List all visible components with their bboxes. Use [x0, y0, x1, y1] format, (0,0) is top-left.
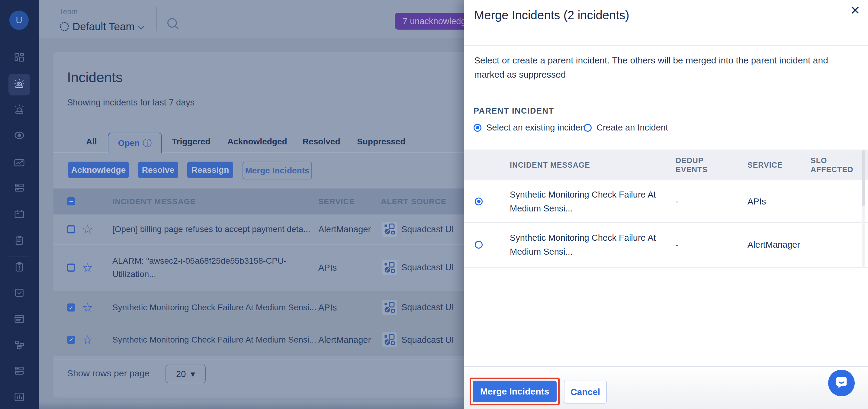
radio-icon[interactable]: [475, 241, 483, 249]
incident-message[interactable]: Synthetic Monitoring Check Failure At Me…: [112, 301, 318, 314]
radio-label: Create an Incident: [596, 123, 668, 133]
alert-source-cell: Squadcast UI: [382, 222, 454, 237]
row-checkbox[interactable]: ✓: [67, 336, 75, 344]
divider: [156, 7, 157, 31]
radio-icon[interactable]: [584, 124, 592, 132]
rows-per-page-value: 20: [176, 369, 186, 379]
modal-title: Merge Incidents (2 incidents): [474, 8, 629, 22]
modal-incident-row[interactable]: Synthetic Monitoring Check Failure At Me…: [464, 180, 868, 223]
service-cell: APIs: [318, 302, 337, 312]
sidebar-item-analytics[interactable]: [12, 390, 27, 405]
acknowledge-button[interactable]: Acknowledge: [68, 162, 129, 178]
merge-incidents-modal: ✕ Merge Incidents (2 incidents) Select o…: [464, 0, 868, 409]
star-icon[interactable]: ☆: [82, 222, 93, 237]
page-subtitle: Showing incidents for last 7 days: [67, 98, 194, 107]
service-cell: AlertManager: [747, 240, 800, 250]
radio-icon[interactable]: [473, 124, 482, 132]
radio-icon[interactable]: [475, 197, 483, 206]
radio-select-existing[interactable]: Select an existing incident: [473, 123, 587, 133]
team-icon: [60, 22, 69, 31]
merge-incidents-confirm-button[interactable]: Merge Incidents: [473, 381, 557, 402]
alert-source-name: Squadcast UI: [401, 262, 454, 273]
column-service: SERVICE: [318, 188, 355, 215]
app-screen: Team Default Team 7 unacknowledged U: [0, 0, 868, 409]
annotation-highlight-box: Merge Incidents: [470, 378, 560, 405]
clipboard-alert-icon: [13, 261, 25, 274]
avatar[interactable]: U: [9, 10, 29, 30]
close-icon[interactable]: ✕: [850, 4, 860, 16]
incident-message[interactable]: [Open] billing page refuses to accept pa…: [112, 223, 318, 236]
column-incident-message: INCIDENT MESSAGE: [112, 188, 196, 215]
select-all-checkbox[interactable]: [67, 197, 75, 206]
incident-message[interactable]: Synthetic Monitoring Check Failure At Me…: [112, 333, 318, 346]
bar-chart-icon: [13, 391, 25, 404]
sidebar-item-oncall[interactable]: [12, 129, 27, 143]
tab-open-label: Open: [118, 138, 140, 148]
info-icon[interactable]: ⓘ: [143, 137, 152, 150]
row-checkbox[interactable]: [67, 225, 75, 233]
tab-acknowledged[interactable]: Acknowledged: [227, 137, 287, 147]
sidebar-item-runbooks[interactable]: [12, 286, 27, 301]
radio-label: Select an existing incident: [486, 123, 587, 133]
squadcast-logo-icon: [382, 260, 397, 275]
sidebar-item-infrastructure[interactable]: [12, 364, 27, 379]
incident-message: Synthetic Monitoring Check Failure At Me…: [510, 231, 667, 258]
doc-check-icon: [13, 287, 25, 300]
workflow-icon: [13, 339, 25, 352]
star-icon[interactable]: ☆: [82, 260, 93, 275]
alert-source-cell: Squadcast UI: [382, 300, 454, 315]
incident-message: Synthetic Monitoring Check Failure At Me…: [510, 188, 667, 215]
alert-source-name: Squadcast UI: [401, 302, 454, 312]
merge-incidents-button[interactable]: Merge Incidents: [243, 162, 312, 180]
row-checkbox[interactable]: [67, 263, 75, 272]
resolve-button[interactable]: Resolve: [138, 162, 178, 178]
chevron-down-icon[interactable]: [138, 23, 144, 30]
siren-icon: [13, 104, 25, 117]
tab-suppressed[interactable]: Suppressed: [357, 137, 405, 147]
squadcast-logo-icon: [382, 300, 397, 315]
dedup-events-cell: -: [676, 240, 679, 250]
tab-open[interactable]: Open ⓘ: [108, 133, 162, 153]
divider: [8, 387, 30, 387]
squadcast-logo-icon: [382, 332, 397, 347]
tab-triggered[interactable]: Triggered: [172, 137, 211, 147]
check-icon: ✓: [69, 304, 74, 311]
sidebar-item-incidents[interactable]: [8, 74, 30, 95]
sidebar-item-escalation-policies[interactable]: [12, 234, 27, 248]
team-label: Team: [59, 7, 78, 16]
rows-per-page-select[interactable]: 20 ▾: [165, 365, 206, 383]
team-selector[interactable]: Default Team: [72, 21, 135, 33]
divider: [8, 151, 30, 151]
cancel-button[interactable]: Cancel: [564, 381, 607, 404]
sidebar-item-schedules[interactable]: [12, 208, 27, 222]
dedup-events-cell: -: [676, 196, 679, 206]
browser-icon: [13, 313, 25, 326]
sidebar-item-alerts[interactable]: [12, 103, 27, 118]
chat-bubble-icon: [834, 375, 849, 391]
reassign-button[interactable]: Reassign: [187, 162, 233, 178]
star-icon[interactable]: ☆: [82, 333, 93, 347]
modal-incident-row[interactable]: Synthetic Monitoring Check Failure At Me…: [464, 222, 868, 268]
row-checkbox[interactable]: ✓: [67, 303, 75, 311]
sidebar-item-status-chart[interactable]: [12, 156, 27, 171]
radio-create-incident[interactable]: Create an Incident: [584, 123, 668, 133]
dashboard-icon: [13, 51, 25, 65]
column-service: SERVICE: [747, 150, 793, 180]
check-icon: ✓: [69, 337, 74, 343]
star-icon[interactable]: ☆: [82, 300, 93, 315]
monitor-chart-icon: [13, 157, 25, 170]
incident-message[interactable]: ALARM: "awsec2-i-05a68f25de55b3158-CPU-U…: [112, 254, 318, 281]
sidebar-item-dashboard[interactable]: [12, 51, 27, 65]
search-icon[interactable]: [165, 16, 181, 33]
scrollbar[interactable]: [862, 150, 865, 268]
chat-widget-button[interactable]: [828, 370, 855, 396]
sidebar-item-postmortems[interactable]: [12, 260, 27, 275]
sidebar-item-services[interactable]: [12, 181, 27, 196]
service-cell: AlertManager: [318, 224, 371, 234]
sidebar-item-status-pages[interactable]: [12, 312, 27, 327]
tab-all[interactable]: All: [86, 137, 97, 147]
calendar-icon: [13, 208, 25, 221]
alert-source-name: Squadcast UI: [401, 224, 454, 234]
sidebar-item-workflows[interactable]: [12, 338, 27, 353]
tab-resolved[interactable]: Resolved: [303, 137, 340, 147]
